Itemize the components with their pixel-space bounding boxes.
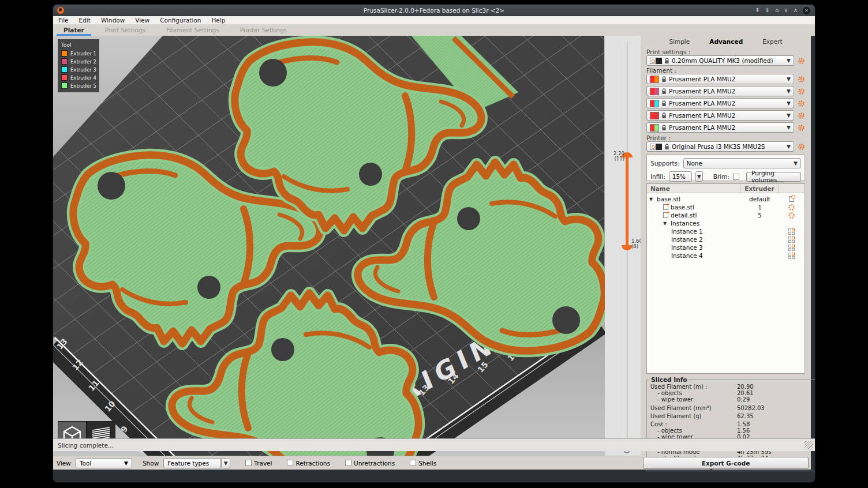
filament-4-gear-icon[interactable] xyxy=(798,112,805,119)
chevron-down-icon: ▼ xyxy=(124,460,128,466)
print-settings-select[interactable]: 0.20mm QUALITY MK3 (modified) ▼ xyxy=(646,55,794,66)
tree-row-object[interactable]: ▼ base.stl default xyxy=(647,195,805,203)
shells-checkbox[interactable] xyxy=(410,460,416,466)
object-list: Name Extruder ▼ base.stl default base.st… xyxy=(646,183,805,374)
tab-print-settings[interactable]: Print Settings xyxy=(95,24,156,36)
close-button[interactable]: × xyxy=(803,7,810,14)
tree-row-part[interactable]: base.stl 1 xyxy=(647,203,805,211)
part-gear-icon[interactable] xyxy=(788,204,795,211)
extruder-5-swatch xyxy=(61,82,68,89)
purging-volumes-button[interactable]: Purging volumes... xyxy=(746,172,801,182)
chevron-down-icon: ▼ xyxy=(794,160,798,166)
mode-simple[interactable]: Simple xyxy=(669,38,690,45)
infill-dropdown-button[interactable]: ▼ xyxy=(695,171,703,182)
mode-expert[interactable]: Expert xyxy=(762,38,782,45)
retractions-check: Retractions xyxy=(287,460,330,467)
infill-select[interactable]: 15% xyxy=(669,171,692,182)
view-toolbar: View Tool ▼ Show Feature types ▼ Travel … xyxy=(53,456,641,470)
sidebar: Simple Advanced Expert Print settings : … xyxy=(641,36,811,470)
tabbar: Plater Print Settings Filament Settings … xyxy=(53,24,815,36)
supports-label: Supports: xyxy=(650,160,680,167)
travel-checkbox[interactable] xyxy=(245,460,252,466)
menu-view[interactable]: View xyxy=(130,16,155,24)
instance-icon xyxy=(788,245,795,251)
status-text: Slicing complete... xyxy=(58,442,114,449)
legend-extruder-1: Extruder 1 xyxy=(61,50,96,57)
menu-edit[interactable]: Edit xyxy=(74,16,96,24)
layer-top-label: 2.20(11) xyxy=(613,151,624,162)
legend-extruder-2: Extruder 2 xyxy=(61,58,96,65)
tree-row-instance[interactable]: Instance 3 xyxy=(647,243,805,251)
instance-icon xyxy=(788,237,795,243)
printer-icon xyxy=(650,144,662,150)
minimize-button[interactable]: ∨ xyxy=(784,7,788,13)
filament-2-select[interactable]: Prusament PLA MMU2▼ xyxy=(646,86,794,96)
feature-types-dropdown-button[interactable]: ▼ xyxy=(221,458,230,468)
view-label: View xyxy=(57,460,71,467)
printer-label: Printer : xyxy=(646,134,805,141)
lock-icon xyxy=(661,125,667,131)
export-gcode-button[interactable]: Export G-code xyxy=(643,457,809,469)
filament-1-colors xyxy=(650,76,659,83)
menu-window[interactable]: Window xyxy=(96,16,130,24)
3d-viewport[interactable]: ORIGINAL PRUSA 13 12 11 10 9 8 13 14 15 … xyxy=(53,36,605,456)
menu-help[interactable]: Help xyxy=(206,16,230,24)
feature-types-select[interactable]: Feature types xyxy=(163,458,221,468)
menu-file[interactable]: File xyxy=(53,16,74,24)
extruder-2-swatch xyxy=(61,58,68,65)
filament-1-gear-icon[interactable] xyxy=(798,76,805,83)
printer-select[interactable]: Original Prusa i3 MK3S MMU2S ▼ xyxy=(646,141,794,152)
resize-grip[interactable] xyxy=(805,441,813,449)
tree-row-instance[interactable]: Instance 1 xyxy=(647,227,805,235)
tree-row-instance[interactable]: Instance 2 xyxy=(647,235,805,243)
tree-row-instance[interactable]: Instance 4 xyxy=(647,251,805,260)
window-title: PrusaSlicer-2.0.0+Fedora based on Slic3r… xyxy=(53,7,815,14)
stick-window-icon[interactable]: ⇟ xyxy=(765,7,770,13)
mode-advanced[interactable]: Advanced xyxy=(709,38,743,45)
menu-configuration[interactable]: Configuration xyxy=(155,16,206,24)
infill-label: Infill: xyxy=(650,173,665,180)
print-settings-gear-icon[interactable] xyxy=(798,57,805,65)
filament-1-select[interactable]: Prusament PLA MMU2▼ xyxy=(646,74,794,84)
filament-label: Filament : xyxy=(646,67,805,74)
tab-printer-settings[interactable]: Printer Settings xyxy=(230,24,297,36)
preset-icon xyxy=(650,58,662,64)
brim-checkbox[interactable] xyxy=(733,174,739,180)
instance-icon xyxy=(788,228,795,235)
filament-3-select[interactable]: Prusament PLA MMU2▼ xyxy=(646,98,794,108)
supports-select[interactable]: None ▼ xyxy=(683,158,801,168)
view-mode-select[interactable]: Tool ▼ xyxy=(76,458,132,468)
scene-canvas: ORIGINAL PRUSA 13 12 11 10 9 8 13 14 15 … xyxy=(53,36,605,456)
object-settings-icon[interactable] xyxy=(789,196,794,202)
shade-window-icon[interactable]: ⇞ xyxy=(755,7,760,13)
tool-legend: Tool Extruder 1 Extruder 2 Extruder 3 Ex… xyxy=(58,39,99,92)
print-settings-label: Print settings : xyxy=(646,48,805,55)
prusaslicer-window: PrusaSlicer-2.0.0+Fedora based on Slic3r… xyxy=(53,5,815,482)
printer-gear-icon[interactable] xyxy=(798,143,805,151)
unretractions-checkbox[interactable] xyxy=(345,460,351,466)
chevron-down-icon: ▼ xyxy=(787,100,791,106)
part-gear-icon[interactable] xyxy=(788,212,795,219)
menu-window-icon[interactable]: ⌂ xyxy=(775,7,779,13)
lock-icon xyxy=(661,76,667,82)
maximize-button[interactable]: ∧ xyxy=(794,7,798,13)
tree-row-instances[interactable]: ▼ Instances xyxy=(647,219,805,227)
retractions-checkbox[interactable] xyxy=(287,460,293,466)
tab-plater[interactable]: Plater xyxy=(53,24,95,36)
tab-filament-settings[interactable]: Filament Settings xyxy=(156,24,229,36)
filament-4-select[interactable]: Prusament PLA MMU2▼ xyxy=(646,110,794,121)
mode-tabs: Simple Advanced Expert xyxy=(646,38,805,45)
print-options-box: Supports: None ▼ Infill: 15% ▼ Brim: Pur xyxy=(646,155,805,181)
lock-icon xyxy=(664,144,669,150)
filament-2-gear-icon[interactable] xyxy=(798,88,805,95)
tree-row-part[interactable]: detail.stl 5 xyxy=(647,211,805,219)
object-list-header: Name Extruder xyxy=(647,184,805,193)
collapse-icon[interactable]: ▼ xyxy=(649,197,654,202)
layer-slider-range[interactable] xyxy=(626,157,628,245)
filament-5-select[interactable]: Prusament PLA MMU2▼ xyxy=(646,122,794,133)
filament-5-gear-icon[interactable] xyxy=(798,124,805,132)
extruder-1-swatch xyxy=(61,50,68,57)
collapse-icon[interactable]: ▼ xyxy=(663,221,668,226)
filament-3-gear-icon[interactable] xyxy=(798,100,805,107)
extruder-4-swatch xyxy=(61,74,68,81)
